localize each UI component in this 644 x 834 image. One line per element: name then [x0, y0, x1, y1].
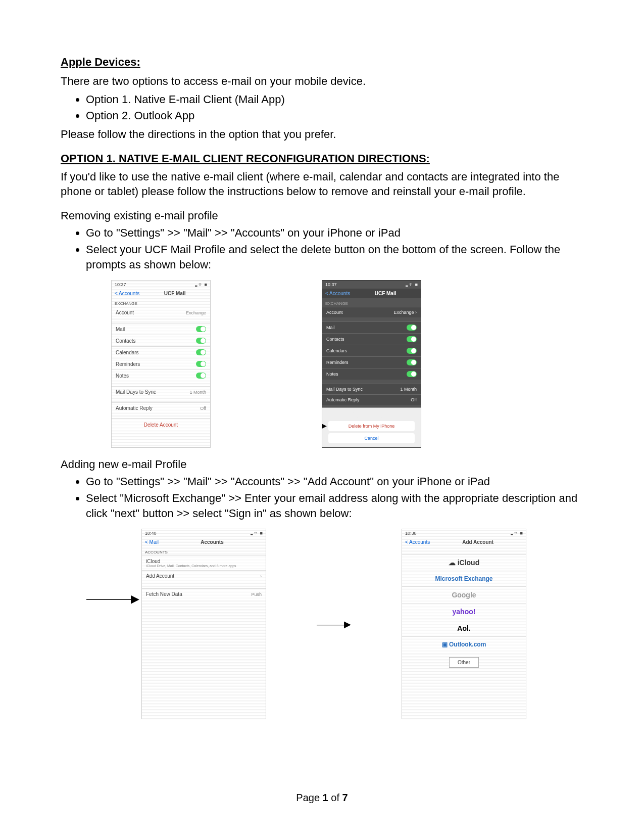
footer-prefix: Page: [296, 792, 322, 803]
action-sheet: Deleting this account will remove its me…: [322, 407, 421, 447]
nav-back[interactable]: < Accounts: [115, 291, 139, 296]
toggle-row: Notes: [322, 368, 421, 380]
status-icons: ▂ ᯤ ■: [406, 282, 418, 287]
toggle-on-icon[interactable]: [196, 338, 206, 344]
row-label: Account: [116, 310, 134, 315]
section-label: EXCHANGE: [112, 298, 210, 307]
page-title: Apple Devices:: [61, 56, 583, 69]
toggle-row[interactable]: Notes: [112, 369, 210, 381]
nav-title: UCF Mail: [353, 291, 418, 296]
intro-follow: Please follow the directions in the opti…: [61, 127, 583, 142]
toggle-row: Reminders: [322, 356, 421, 368]
row-label: Mail: [326, 325, 335, 330]
add-account-row[interactable]: Add Account ›: [142, 570, 266, 581]
list-item: Go to "Settings" >> "Mail" >> "Accounts"…: [86, 474, 583, 490]
toggle-row: Calendars: [322, 345, 421, 356]
screenshot-row-remove: 10:37 ▂ ᯤ ■ < Accounts UCF Mail EXCHANGE…: [111, 280, 583, 448]
sync-row: Mail Days to Sync1 Month: [322, 384, 421, 394]
row-sub: iCloud Drive, Mail, Contacts, Calendars,…: [146, 564, 262, 568]
auto-reply-row[interactable]: Automatic ReplyOff: [112, 402, 210, 413]
status-icons: ▂ ᯤ ■: [511, 531, 523, 536]
footer-total: 7: [342, 792, 348, 803]
row-label: Calendars: [326, 348, 347, 353]
toggle-row[interactable]: Mail: [112, 323, 210, 335]
toggle-on-icon: [407, 359, 417, 365]
screenshot-add-account: 10:38 ▂ ᯤ ■ < Accounts Add Account ☁ iCl…: [402, 529, 526, 719]
row-value: Push: [251, 592, 262, 597]
arrow-right-icon: ————▶: [86, 592, 139, 606]
status-time: 10:37: [325, 282, 337, 287]
row-label: Mail: [116, 327, 125, 332]
toggle-on-icon: [407, 336, 417, 342]
toggle-on-icon[interactable]: [196, 349, 206, 355]
remove-heading: Removing existing e-mail profile: [61, 208, 583, 223]
toggle-on-icon[interactable]: [196, 373, 206, 379]
row-label: Notes: [326, 372, 338, 377]
sheet-text: Deleting this account will remove its me…: [324, 410, 419, 419]
list-item: Select your UCF Mail Profile and select …: [86, 242, 583, 273]
nav-back[interactable]: < Accounts: [325, 291, 350, 296]
screenshot-row-add: 10:40 ▂ ᯤ ■ < Mail Accounts ACCOUNTS iCl…: [141, 529, 583, 719]
toggle-row: Mail: [322, 321, 421, 333]
toggle-row: Contacts: [322, 333, 421, 345]
row-value: 1 Month: [189, 390, 206, 395]
row-label: Fetch New Data: [146, 591, 182, 597]
provider-label: iCloud: [458, 559, 480, 567]
add-steps: Go to "Settings" >> "Mail" >> "Accounts"…: [86, 474, 583, 522]
fetch-row[interactable]: Fetch New Data Push: [142, 588, 266, 599]
section-label: EXCHANGE: [322, 298, 421, 307]
cancel-button[interactable]: Cancel: [328, 433, 415, 443]
toggle-row[interactable]: Calendars: [112, 346, 210, 358]
nav-back[interactable]: < Accounts: [405, 539, 430, 545]
row-value: Off: [411, 397, 417, 402]
status-icons: ▂ ᯤ ■: [195, 282, 207, 287]
row-label: Contacts: [116, 338, 135, 344]
row-value: Off: [200, 406, 206, 411]
page-footer: Page 1 of 7: [0, 792, 644, 804]
delete-from-iphone-button[interactable]: Delete from My iPhone: [328, 421, 415, 431]
toggle-on-icon: [407, 325, 417, 331]
row-label: Automatic Reply: [116, 405, 153, 411]
icloud-row[interactable]: iCloud iCloud Drive, Mail, Contacts, Cal…: [142, 555, 266, 570]
row-value: Exchange: [186, 310, 206, 315]
toggle-on-icon: [407, 371, 417, 377]
screenshot-delete-sheet: 10:37 ▂ ᯤ ■ < Accounts UCF Mail EXCHANGE…: [322, 280, 421, 448]
row-label: Add Account: [146, 573, 174, 579]
nav-back[interactable]: < Mail: [145, 539, 159, 545]
provider-aol[interactable]: Aol.: [402, 620, 526, 636]
provider-exchange[interactable]: Microsoft Exchange: [402, 571, 526, 586]
toggle-on-icon[interactable]: [196, 326, 206, 332]
list-item: Select "Microsoft Exchange" >> Enter you…: [86, 491, 583, 522]
option1-desc: If you'd like to use the native e-mail c…: [61, 169, 583, 199]
toggle-on-icon: [407, 348, 417, 354]
status-time: 10:38: [405, 531, 417, 536]
footer-current: 1: [323, 792, 328, 803]
toggle-row[interactable]: Contacts: [112, 335, 210, 346]
row-label: Mail Days to Sync: [116, 389, 156, 395]
status-time: 10:40: [145, 531, 157, 536]
row-label: Mail Days to Sync: [326, 387, 363, 392]
toggle-row[interactable]: Reminders: [112, 358, 210, 369]
row-label: Contacts: [326, 337, 344, 342]
intro-text: There are two options to access e-mail o…: [61, 74, 583, 89]
row-label: Calendars: [116, 350, 139, 355]
status-icons: ▂ ᯤ ■: [251, 531, 263, 536]
provider-yahoo[interactable]: yahoo!: [402, 603, 526, 620]
toggle-on-icon[interactable]: [196, 361, 206, 367]
provider-google[interactable]: Google: [402, 586, 526, 603]
auto-reply-row: Automatic ReplyOff: [322, 394, 421, 405]
nav-title: UCF Mail: [142, 291, 207, 296]
provider-icloud[interactable]: ☁ iCloud: [402, 554, 526, 571]
provider-label: Outlook.com: [449, 641, 486, 648]
row-label: Notes: [116, 373, 129, 379]
remove-steps: Go to "Settings" >> "Mail" >> "Accounts"…: [86, 225, 583, 273]
account-row[interactable]: Account Exchange: [112, 307, 210, 318]
provider-other[interactable]: Other: [449, 657, 479, 668]
provider-outlook[interactable]: ▣ Outlook.com: [402, 636, 526, 652]
delete-account-button[interactable]: Delete Account: [112, 419, 210, 431]
row-label: Reminders: [116, 361, 140, 367]
sync-row[interactable]: Mail Days to Sync1 Month: [112, 386, 210, 397]
screenshot-ucf-mail: 10:37 ▂ ᯤ ■ < Accounts UCF Mail EXCHANGE…: [111, 280, 211, 448]
section-label: ACCOUNTS: [142, 547, 266, 555]
list-item: Go to "Settings" >> "Mail" >> "Accounts"…: [86, 225, 583, 241]
